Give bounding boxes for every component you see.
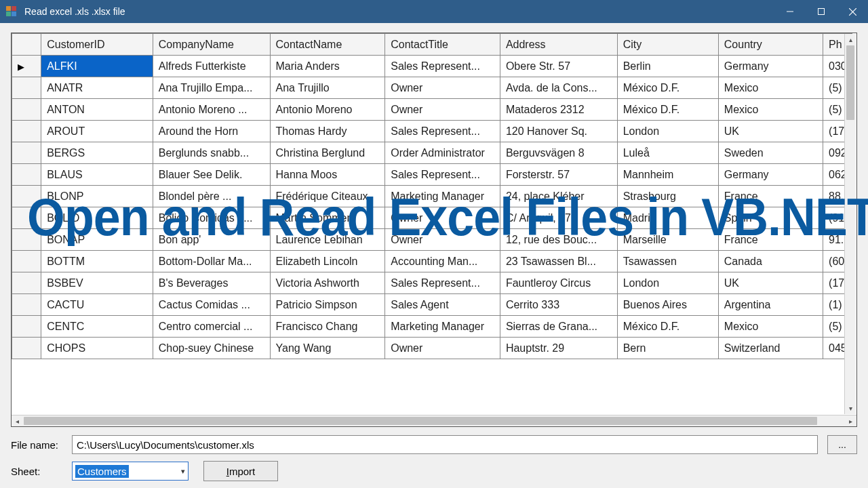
cell[interactable]: Maria Anders — [270, 56, 385, 77]
cell[interactable]: Marseille — [617, 229, 718, 251]
cell[interactable]: Hanna Moos — [270, 164, 385, 186]
col-companyname[interactable]: CompanyName — [153, 34, 270, 56]
table-row[interactable]: BONAPBon app'Laurence LebihanOwner12, ru… — [12, 229, 852, 251]
cell[interactable]: Chop-suey Chinese — [153, 338, 270, 359]
cell[interactable]: B's Beverages — [153, 272, 270, 294]
close-button[interactable] — [837, 0, 868, 23]
cell[interactable]: Bon app' — [153, 229, 270, 251]
cell[interactable]: France — [718, 229, 823, 251]
cell[interactable]: México D.F. — [617, 77, 718, 99]
cell[interactable]: 12, rue des Bouc... — [500, 229, 617, 251]
col-address[interactable]: Address — [500, 34, 617, 56]
cell[interactable]: Spain — [718, 207, 823, 229]
filename-input[interactable]: C:\Users\Lucy\Documents\customer.xls — [72, 435, 818, 454]
cell[interactable]: Blauer See Delik. — [153, 164, 270, 186]
cell[interactable]: Alfreds Futterkiste — [153, 56, 270, 77]
cell[interactable]: CENTC — [41, 316, 153, 338]
cell[interactable]: México D.F. — [617, 316, 718, 338]
cell[interactable]: Madrid — [617, 207, 718, 229]
col-contactname[interactable]: ContactName — [270, 34, 385, 56]
cell[interactable]: Germany — [718, 56, 823, 77]
row-header[interactable] — [12, 316, 41, 338]
table-row[interactable]: BOLIDBólido Comidas p...Martín SommerOwn… — [12, 207, 852, 229]
cell[interactable]: BOLID — [41, 207, 153, 229]
row-header[interactable] — [12, 207, 41, 229]
cell[interactable]: BERGS — [41, 142, 153, 164]
cell[interactable]: UK — [718, 272, 823, 294]
cell[interactable]: Laurence Lebihan — [270, 229, 385, 251]
cell[interactable]: 23 Tsawassen Bl... — [500, 251, 617, 272]
cell[interactable]: Christina Berglund — [270, 142, 385, 164]
cell[interactable]: Sales Represent... — [385, 56, 500, 77]
vertical-scrollbar[interactable]: ▴ ▾ — [844, 34, 856, 414]
cell[interactable]: Sales Represent... — [385, 272, 500, 294]
cell[interactable]: BSBEV — [41, 272, 153, 294]
row-header[interactable] — [12, 164, 41, 186]
cell[interactable]: Berlin — [617, 56, 718, 77]
browse-button[interactable]: ... — [827, 435, 857, 454]
cell[interactable]: Victoria Ashworth — [270, 272, 385, 294]
maximize-button[interactable] — [806, 0, 837, 23]
scroll-down-icon[interactable]: ▾ — [845, 403, 856, 414]
cell[interactable]: Mexico — [718, 77, 823, 99]
titlebar[interactable]: Read excel .xls .xlsx file — [0, 0, 868, 23]
table-row[interactable]: BLAUSBlauer See Delik.Hanna MoosSales Re… — [12, 164, 852, 186]
cell[interactable]: Francisco Chang — [270, 316, 385, 338]
row-header[interactable]: ▶ — [12, 56, 41, 77]
cell[interactable]: BONAP — [41, 229, 153, 251]
cell[interactable]: BOTTM — [41, 251, 153, 272]
cell[interactable]: France — [718, 186, 823, 207]
row-header[interactable] — [12, 294, 41, 316]
cell[interactable]: Mexico — [718, 316, 823, 338]
cell[interactable]: Sweden — [718, 142, 823, 164]
cell[interactable]: Owner — [385, 338, 500, 359]
cell[interactable]: CHOPS — [41, 338, 153, 359]
cell[interactable]: Cactus Comidas ... — [153, 294, 270, 316]
cell[interactable]: Avda. de la Cons... — [500, 77, 617, 99]
cell[interactable]: Switzerland — [718, 338, 823, 359]
cell[interactable]: Around the Horn — [153, 121, 270, 142]
import-button[interactable]: Import — [203, 461, 278, 481]
cell[interactable]: Argentina — [718, 294, 823, 316]
cell[interactable]: UK — [718, 121, 823, 142]
cell[interactable]: Fauntleroy Circus — [500, 272, 617, 294]
minimize-button[interactable] — [774, 0, 806, 23]
cell[interactable]: Forsterstr. 57 — [500, 164, 617, 186]
cell[interactable]: Blondel père ... — [153, 186, 270, 207]
cell[interactable]: Luleå — [617, 142, 718, 164]
table-row[interactable]: AROUTAround the HornThomas HardySales Re… — [12, 121, 852, 142]
cell[interactable]: London — [617, 272, 718, 294]
hscroll-thumb[interactable] — [24, 417, 817, 425]
cell[interactable]: Owner — [385, 207, 500, 229]
cell[interactable]: Patricio Simpson — [270, 294, 385, 316]
cell[interactable]: BLONP — [41, 186, 153, 207]
table-row[interactable]: BLONPBlondel père ...Frédérique CiteauxM… — [12, 186, 852, 207]
cell[interactable]: CACTU — [41, 294, 153, 316]
cell[interactable]: Obere Str. 57 — [500, 56, 617, 77]
col-contacttitle[interactable]: ContactTitle — [385, 34, 500, 56]
cell[interactable]: Antonio Moreno — [270, 99, 385, 121]
row-header[interactable] — [12, 338, 41, 359]
cell[interactable]: Frédérique Citeaux — [270, 186, 385, 207]
cell[interactable]: Sales Represent... — [385, 121, 500, 142]
cell[interactable]: ALFKI — [41, 56, 153, 77]
cell[interactable]: Bólido Comidas p... — [153, 207, 270, 229]
cell[interactable]: Canada — [718, 251, 823, 272]
table-row[interactable]: BSBEVB's BeveragesVictoria AshworthSales… — [12, 272, 852, 294]
cell[interactable]: Sales Agent — [385, 294, 500, 316]
cell[interactable]: Order Administrator — [385, 142, 500, 164]
cell[interactable]: ANTON — [41, 99, 153, 121]
table-row[interactable]: ANTONAntonio Moreno ...Antonio MorenoOwn… — [12, 99, 852, 121]
cell[interactable]: Marketing Manager — [385, 316, 500, 338]
cell[interactable]: Owner — [385, 77, 500, 99]
horizontal-scrollbar[interactable]: ◂ ▸ — [12, 415, 856, 426]
cell[interactable]: ANATR — [41, 77, 153, 99]
cell[interactable]: Cerrito 333 — [500, 294, 617, 316]
row-header-corner[interactable] — [12, 34, 41, 56]
cell[interactable]: Germany — [718, 164, 823, 186]
cell[interactable]: C/ Araquil, 67 — [500, 207, 617, 229]
row-header[interactable] — [12, 142, 41, 164]
cell[interactable]: Martín Sommer — [270, 207, 385, 229]
cell[interactable]: Buenos Aires — [617, 294, 718, 316]
sheet-combobox[interactable]: Customers ▾ — [72, 462, 189, 481]
